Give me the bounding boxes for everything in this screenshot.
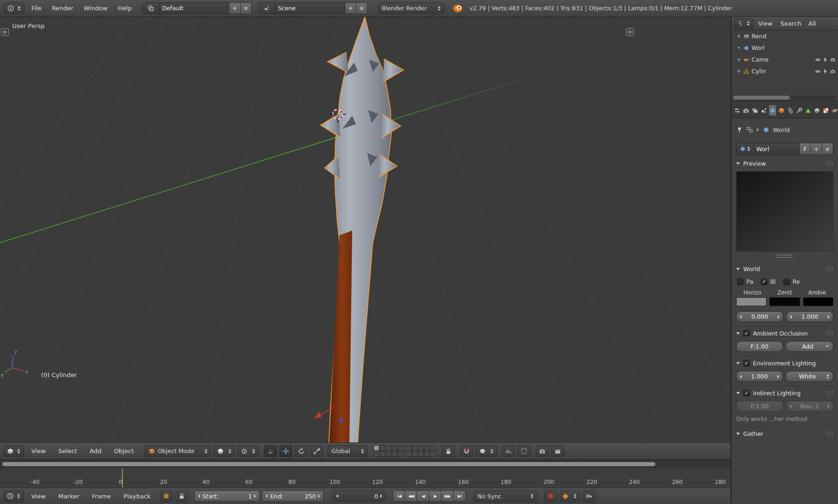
outliner-row-cylinder[interactable]: + Cylin — [731, 65, 838, 77]
panel-grip-icon[interactable] — [826, 431, 833, 436]
tab-constraints[interactable] — [786, 105, 795, 116]
unlink-world-button[interactable]: × — [822, 143, 833, 154]
outliner-row-renderlayers[interactable]: + Rend — [731, 30, 838, 42]
panel-world-header[interactable]: World — [731, 263, 838, 275]
rotate-manipulator-button[interactable] — [295, 445, 308, 457]
collapse-icon[interactable] — [736, 332, 740, 335]
outliner-menu-view[interactable]: View — [755, 20, 776, 27]
editor-type-button-3dview[interactable] — [3, 445, 24, 457]
collapse-icon[interactable] — [736, 162, 740, 165]
menu-tl-playback[interactable]: Playback — [118, 493, 156, 500]
menu-view[interactable]: View — [26, 448, 51, 455]
tab-scene[interactable] — [760, 105, 768, 116]
increment-icon[interactable] — [778, 315, 780, 319]
env-enable-checkbox[interactable]: ✓ — [743, 360, 750, 366]
env-energy-slider[interactable]: 1.000 — [736, 371, 783, 382]
ambient-color-swatch[interactable] — [803, 297, 833, 306]
manipulator-toggle-button[interactable] — [264, 445, 277, 457]
tab-render[interactable] — [742, 105, 750, 116]
menu-tl-view[interactable]: View — [26, 493, 51, 500]
panel-grip-icon[interactable] — [826, 266, 833, 271]
pin-icon[interactable] — [736, 126, 743, 133]
eye-icon[interactable] — [815, 57, 821, 63]
delete-scene-button[interactable]: × — [356, 3, 367, 14]
panel-preview-header[interactable]: Preview — [731, 157, 838, 169]
new-world-button[interactable]: + — [810, 143, 822, 154]
decrement-icon[interactable] — [790, 405, 792, 408]
panel-grip-icon[interactable] — [826, 161, 833, 166]
menu-window[interactable]: Window — [78, 5, 113, 12]
env-color-select[interactable]: White — [786, 371, 833, 382]
scene-name-field[interactable]: Scene — [275, 3, 345, 14]
indirect-factor-slider[interactable]: F:1.00 — [736, 401, 783, 412]
decrement-icon[interactable] — [266, 494, 268, 498]
tab-object[interactable] — [777, 105, 786, 116]
lock-frame-range-button[interactable] — [175, 490, 188, 502]
preview-resize-handle[interactable] — [777, 255, 793, 258]
tab-material[interactable] — [813, 105, 821, 116]
increment-icon[interactable] — [777, 375, 779, 378]
menu-object[interactable]: Object — [109, 448, 139, 455]
tab-world[interactable] — [768, 105, 777, 116]
blend-sky-checkbox[interactable]: ✓ Bl — [761, 278, 776, 285]
transform-orientation-select[interactable]: Global — [327, 445, 368, 457]
increment-icon[interactable] — [254, 494, 256, 498]
zenith-color-swatch[interactable] — [769, 297, 800, 306]
current-frame-field[interactable]: 0 — [333, 490, 386, 502]
delete-layout-button[interactable]: × — [240, 3, 251, 14]
increment-icon[interactable] — [318, 494, 320, 498]
panel-ao-header[interactable]: ✓ Ambient Occlusion — [731, 327, 838, 339]
region-expand-left-button[interactable]: + — [1, 28, 9, 36]
panel-grip-icon[interactable] — [826, 331, 833, 336]
layer-cell-active[interactable] — [374, 445, 379, 451]
panel-gather-header[interactable]: Gather — [731, 427, 838, 440]
region-expand-right-button[interactable]: + — [626, 28, 634, 36]
add-scene-button[interactable]: + — [345, 3, 356, 14]
decrement-icon[interactable] — [740, 315, 742, 319]
snap-toggle-button[interactable] — [460, 445, 473, 457]
layers-widget[interactable] — [374, 445, 436, 457]
panel-env-header[interactable]: ✓ Environment Lighting — [731, 357, 838, 369]
paper-sky-checkbox[interactable]: Pa — [737, 278, 753, 285]
browse-layouts-button[interactable] — [143, 3, 159, 14]
ao-enable-checkbox[interactable]: ✓ — [743, 330, 750, 336]
browse-scenes-button[interactable] — [259, 3, 275, 14]
collapse-icon[interactable] — [736, 392, 740, 394]
menu-tl-frame[interactable]: Frame — [87, 493, 116, 500]
expand-icon[interactable]: + — [736, 56, 741, 63]
menu-help[interactable]: Help — [113, 5, 137, 12]
world-name-field[interactable]: Worl — [753, 143, 799, 154]
timeline-scrollbar-thumb[interactable] — [2, 462, 656, 467]
decrement-icon[interactable] — [740, 375, 742, 378]
eye-icon[interactable] — [815, 69, 821, 74]
exposure-slider[interactable]: 0.000 — [736, 311, 783, 322]
range-slider[interactable]: 1.000 — [786, 311, 833, 322]
mode-select[interactable]: Object Mode — [145, 445, 211, 457]
prev-keyframe-button[interactable]: ◀◀ — [405, 490, 417, 502]
menu-file[interactable]: File — [26, 5, 47, 12]
render-restrict-icon[interactable] — [830, 57, 836, 63]
snap-element-select[interactable] — [476, 445, 497, 457]
editor-type-button-timeline[interactable] — [3, 490, 24, 502]
add-layout-button[interactable]: + — [229, 3, 240, 14]
render-engine-select[interactable]: Blender Render — [378, 2, 444, 14]
browse-world-button[interactable] — [737, 143, 753, 154]
layers-group-1[interactable] — [374, 445, 404, 457]
tab-texture[interactable] — [822, 105, 830, 116]
tab-object-data[interactable] — [804, 105, 812, 116]
outliner-row-world[interactable]: • Worl — [731, 42, 838, 54]
outliner-display-mode[interactable]: All — [806, 20, 818, 27]
collapse-icon[interactable] — [736, 268, 740, 270]
expand-icon[interactable]: + — [736, 33, 741, 40]
decrement-icon[interactable] — [790, 315, 792, 319]
opengl-render-anim-button[interactable] — [551, 445, 564, 457]
outliner-scrollbar-thumb[interactable] — [733, 96, 790, 99]
increment-icon[interactable] — [380, 494, 382, 498]
indirect-bounces-slider[interactable]: Bou: 1 — [786, 401, 833, 412]
properties-editor-icon[interactable] — [733, 105, 741, 116]
horizon-color-swatch[interactable] — [736, 297, 767, 306]
ao-factor-slider[interactable]: F:1.00 — [736, 341, 783, 352]
sync-mode-select[interactable]: No Sync — [474, 490, 537, 502]
menu-render[interactable]: Render — [47, 5, 78, 12]
play-reverse-button[interactable]: ◀ — [417, 490, 429, 502]
